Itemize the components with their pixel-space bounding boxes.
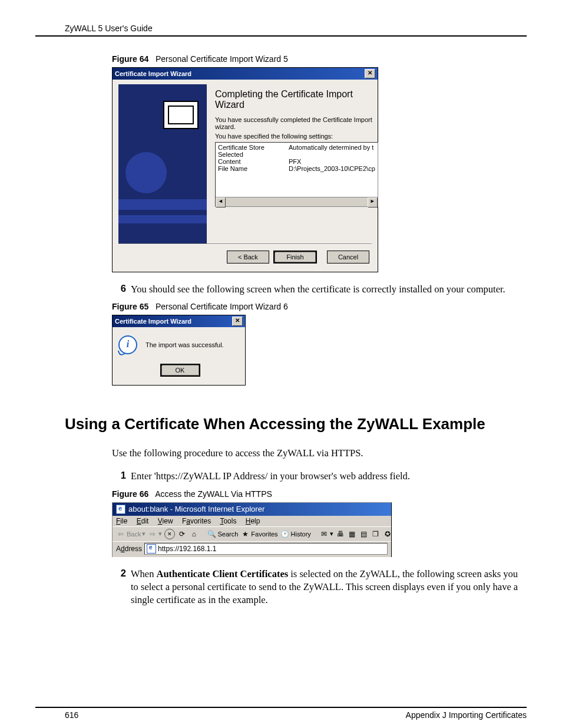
address-value: https://192.168.1.1 [158,545,216,553]
edit-icon: ▦ [348,529,357,539]
figure-66-label: Figure 66 [112,489,148,499]
search-icon: 🔍 [207,529,216,539]
mail-icon: ✉ [319,529,329,539]
step-num: 2 [113,568,126,607]
ie-menu-bar[interactable]: File Edit View Favorites Tools Help [113,516,391,526]
copy-icon: ❐ [371,529,381,539]
messenger-icon: ✪ [383,529,392,539]
menu-favorites[interactable]: Favorites [182,517,211,525]
section-heading: Using a Certificate When Accessing the Z… [65,415,527,433]
forward-button[interactable]: ⇨ ▾ [148,529,162,539]
history-icon: 🕑 [280,529,290,539]
menu-tools[interactable]: Tools [220,517,236,525]
step-text: Enter 'https://ZyWALL IP Address/ in you… [131,470,527,483]
scroll-left-icon[interactable]: ◄ [216,197,226,207]
stop-icon: ✕ [164,529,175,539]
favorites-button[interactable]: ★Favorites [240,529,277,539]
ie-toolbar: ⇦Back ▾ ⇨ ▾ ✕ ⟳ ⌂ 🔍Search ★Favorites 🕑Hi… [113,526,391,541]
finish-button[interactable]: Finish [273,251,317,263]
stop-button[interactable]: ✕ [164,529,175,539]
address-label: Address [116,545,142,553]
footer-section: Appendix J Importing Certificates [406,710,527,720]
step-text: When Authenticate Client Certificates is… [131,568,527,607]
wizard5-titlebar: Certificate Import Wizard ✕ [113,68,378,80]
wizard5-side-graphic [118,84,207,243]
arrow-left-icon: ⇦ [116,529,125,539]
cancel-button[interactable]: Cancel [327,251,369,263]
ok-button[interactable]: OK [160,364,200,377]
discuss-button[interactable]: ▤ [359,529,369,539]
print-button[interactable]: 🖶 [336,529,345,539]
address-input[interactable]: https://192.168.1.1 [144,543,388,555]
footer: 616 Appendix J Importing Certificates [35,710,527,720]
wizard6-title-text: Certificate Import Wizard [115,318,191,325]
home-icon: ⌂ [189,529,199,539]
home-button[interactable]: ⌂ [189,529,199,539]
menu-file[interactable]: File [116,517,127,525]
figure-64-label: Figure 64 [112,54,148,64]
h-scrollbar[interactable]: ◄ ► [216,197,378,206]
arrow-right-icon: ⇨ [148,529,157,539]
wizard5-dialog: Certificate Import Wizard ✕ Completing t… [112,67,378,272]
scroll-right-icon[interactable]: ► [368,197,378,207]
wizard5-settings-list: Certificate Store Selected Automatically… [215,142,378,207]
figure-65-title: Personal Certificate Import Wizard 6 [156,302,288,311]
print-icon: 🖶 [336,529,345,539]
mail-button[interactable]: ✉▾ [319,529,333,539]
settings-row: File Name D:\Projects_2003-10\CPE2\cp [218,165,375,172]
wizard5-heading: Completing the Certificate Import Wizard [215,89,378,110]
page-icon [147,544,156,554]
copy-button[interactable]: ❐ [371,529,381,539]
ie-address-bar: Address https://192.168.1.1 [113,541,391,557]
info-icon: i [118,335,137,354]
step-1: 1 Enter 'https://ZyWALL IP Address/ in y… [113,470,527,483]
menu-view[interactable]: View [158,517,173,525]
section-paragraph: Use the following procedure to access th… [112,447,527,459]
settings-row: Content PFX [218,158,375,165]
wizard6-dialog: Certificate Import Wizard ✕ i The import… [112,315,246,386]
step-2: 2 When Authenticate Client Certificates … [113,568,527,607]
page-number: 616 [65,710,78,720]
wizard5-title-text: Certificate Import Wizard [115,70,191,77]
figure-64-caption: Figure 64 Personal Certificate Import Wi… [112,54,527,64]
step-6: 6 You should see the following screen wh… [113,283,527,296]
wizard5-body1: You have successfully completed the Cert… [215,116,378,130]
wizard6-message: The import was successful. [146,341,224,348]
refresh-button[interactable]: ⟳ [177,529,187,539]
menu-edit[interactable]: Edit [137,517,149,525]
messenger-button[interactable]: ✪ [383,529,392,539]
certificate-icon [163,101,199,129]
settings-row: Certificate Store Selected Automatically… [218,144,375,158]
step-text: You should see the following screen when… [131,283,527,296]
figure-65-label: Figure 65 [112,302,148,311]
figure-64-title: Personal Certificate Import Wizard 5 [156,54,288,64]
history-button[interactable]: 🕑History [280,529,311,539]
figure-65-caption: Figure 65 Personal Certificate Import Wi… [112,302,527,311]
wizard5-body2: You have specified the following setting… [215,133,378,140]
header-rule [35,35,527,37]
edit-button[interactable]: ▦ [348,529,357,539]
refresh-icon: ⟳ [177,529,187,539]
ie-title-text: about:blank - Microsoft Internet Explore… [128,505,265,513]
back-button[interactable]: ⇦Back ▾ [116,529,146,539]
running-header: ZyWALL 5 User's Guide [35,24,527,35]
step-num: 6 [113,283,126,296]
footer-rule [35,707,527,708]
close-icon[interactable]: ✕ [232,317,243,326]
figure-66-title: Access the ZyWALL Via HTTPS [155,489,272,499]
ie-window: about:blank - Microsoft Internet Explore… [112,502,392,557]
wizard6-titlebar: Certificate Import Wizard ✕ [113,315,245,327]
step-num: 1 [113,470,126,483]
close-icon[interactable]: ✕ [365,69,375,78]
ie-titlebar: about:blank - Microsoft Internet Explore… [113,503,391,516]
search-button[interactable]: 🔍Search [207,529,238,539]
discuss-icon: ▤ [359,529,369,539]
ie-icon [116,505,125,514]
back-button[interactable]: < Back [227,251,269,263]
menu-help[interactable]: Help [246,517,260,525]
favorites-icon: ★ [240,529,250,539]
figure-66-caption: Figure 66 Access the ZyWALL Via HTTPS [112,489,527,499]
